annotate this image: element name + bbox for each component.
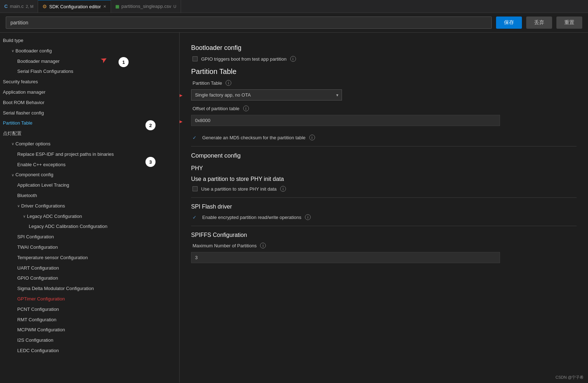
spi-flash-title: SPI Flash driver bbox=[191, 204, 577, 210]
sidebar-item-bootloader-config[interactable]: ∨ Bootloader config bbox=[0, 46, 179, 56]
sidebar-item-bluetooth[interactable]: Bluetooth bbox=[0, 191, 179, 201]
offset-label: Offset of partition table bbox=[193, 106, 240, 111]
encrypted-checkmark-icon: ✓ bbox=[193, 215, 196, 220]
sidebar-item-compiler[interactable]: ∨ Compiler options bbox=[0, 139, 179, 149]
discard-button[interactable]: 丢弃 bbox=[526, 17, 552, 29]
annotation-circle-1: 1 bbox=[119, 57, 129, 67]
sidebar-sigma-label: Sigma Delta Modulator Configuration bbox=[17, 285, 94, 293]
sidebar-item-serial-flasher[interactable]: Serial flasher config bbox=[0, 108, 179, 118]
sidebar-item-driver-configs[interactable]: ∨ Driver Configurations bbox=[0, 201, 179, 211]
partition-dropdown[interactable]: Single factory app, no OTA Factory app, … bbox=[191, 89, 342, 101]
spiffs-title: SPIFFS Configuration bbox=[191, 232, 577, 238]
max-partitions-row: Maximum Number of Partitions i bbox=[191, 243, 577, 248]
encrypted-info-icon[interactable]: i bbox=[305, 214, 311, 220]
sidebar-enable-cpp-label: Enable C++ exceptions bbox=[17, 161, 65, 169]
sidebar-item-gptimer[interactable]: GPTimer Configuration bbox=[0, 294, 179, 304]
partition-table-label-row: Partition Table i bbox=[191, 80, 577, 86]
save-button[interactable]: 保存 bbox=[496, 17, 522, 29]
chevron-down-icon: ∨ bbox=[11, 48, 14, 54]
offset-info-icon[interactable]: i bbox=[243, 106, 249, 111]
use-partition-info-icon[interactable]: i bbox=[280, 186, 286, 192]
max-partitions-info-icon[interactable]: i bbox=[260, 243, 266, 248]
md5-row: ✓ Generate an MD5 checksum for the parti… bbox=[191, 135, 577, 140]
content-panel: Bootloader config GPIO triggers boot fro… bbox=[180, 33, 588, 383]
arrow-2-icon: ➤ bbox=[180, 92, 183, 99]
encrypted-label: Enable encrypted partition read/write op… bbox=[202, 215, 301, 220]
gpio-triggers-checkbox[interactable] bbox=[193, 56, 198, 61]
partition-table-info-icon[interactable]: i bbox=[226, 80, 231, 86]
sidebar-temp-label: Temperature sensor Configuration bbox=[17, 254, 88, 262]
sidebar-partition-table-label: Partition Table bbox=[3, 120, 32, 127]
sidebar-bootloader-config-label: Bootloader config bbox=[15, 47, 52, 55]
sidebar: 1 ➤ 2 3 Build type ∨ Bootloader config B… bbox=[0, 33, 180, 383]
tab-main-c[interactable]: C main.c 2, M bbox=[0, 0, 38, 13]
tab-partitions[interactable]: ▦ partitions_singleapp.csv U bbox=[111, 0, 181, 13]
use-partition-label: Use a partition to store PHY init data bbox=[201, 186, 277, 192]
sidebar-rmt-label: RMT Configuration bbox=[17, 316, 56, 324]
sidebar-item-legacy-adc[interactable]: ∨ Legacy ADC Configuration bbox=[0, 211, 179, 222]
watermark: CSDN @宁子希 bbox=[556, 375, 584, 380]
sidebar-item-rmt[interactable]: RMT Configuration bbox=[0, 315, 179, 325]
phy-use-partition-heading: Use a partition to store PHY init data bbox=[191, 176, 577, 182]
gpio-info-icon[interactable]: i bbox=[290, 56, 296, 62]
annotation-circle-3: 3 bbox=[145, 157, 156, 167]
divider-2 bbox=[191, 197, 577, 198]
header-row: 保存 丢弃 重置 bbox=[0, 13, 588, 33]
sidebar-item-mcpwm[interactable]: MCPWM Configuration bbox=[0, 325, 179, 335]
sidebar-item-serial-flash[interactable]: Serial Flash Configurations bbox=[0, 66, 179, 77]
sidebar-legacy-adc-cal-label: Legacy ADC Calibration Configuration bbox=[29, 223, 107, 230]
search-input[interactable] bbox=[6, 17, 492, 29]
tab-partitions-label: partitions_singleapp.csv bbox=[121, 4, 171, 9]
offset-label-row: Offset of partition table i bbox=[191, 106, 577, 111]
sidebar-item-security[interactable]: Security features bbox=[0, 77, 179, 87]
dropdown-section: ➤ Single factory app, no OTA Factory app… bbox=[191, 89, 577, 101]
sidebar-serial-flash-label: Serial Flash Configurations bbox=[17, 68, 73, 75]
sidebar-item-build-type[interactable]: Build type bbox=[0, 36, 179, 46]
sidebar-compiler-label: Compiler options bbox=[15, 140, 51, 148]
divider-1 bbox=[191, 146, 577, 146]
sidebar-item-app-manager[interactable]: Application manager bbox=[0, 87, 179, 98]
sidebar-item-bootloader-manager[interactable]: Bootloader manager bbox=[0, 56, 179, 67]
chevron-down-icon-compiler: ∨ bbox=[11, 141, 14, 147]
component-config-title: Component config bbox=[191, 152, 577, 159]
sidebar-item-ledc[interactable]: LEDC Configuration bbox=[0, 346, 179, 356]
sidebar-item-component-config[interactable]: ∨ Component config bbox=[0, 170, 179, 180]
tab-bar: C main.c 2, M ⚙ SDK Configuration editor… bbox=[0, 0, 588, 13]
reset-button[interactable]: 重置 bbox=[556, 17, 582, 29]
sidebar-ledc-label: LEDC Configuration bbox=[17, 347, 59, 355]
sidebar-item-boot-rom[interactable]: Boot ROM Behavior bbox=[0, 98, 179, 108]
sidebar-item-temp-sensor[interactable]: Temperature sensor Configuration bbox=[0, 253, 179, 263]
tab-sdk-label: SDK Configuration editor bbox=[49, 4, 101, 9]
sdk-icon: ⚙ bbox=[42, 4, 47, 9]
sidebar-item-twai[interactable]: TWAI Configuration bbox=[0, 242, 179, 253]
use-partition-checkbox[interactable] bbox=[193, 186, 198, 191]
max-partitions-input[interactable] bbox=[191, 252, 500, 263]
sidebar-bootloader-manager-label: Bootloader manager bbox=[17, 58, 60, 65]
sidebar-item-light[interactable]: 点灯配置 bbox=[0, 129, 179, 139]
sidebar-security-label: Security features bbox=[3, 78, 38, 86]
sidebar-gptimer-label: GPTimer Configuration bbox=[17, 295, 65, 303]
sidebar-component-config-label: Component config bbox=[15, 171, 54, 179]
sidebar-item-i2s[interactable]: I2S Configuration bbox=[0, 335, 179, 346]
md5-checkmark-icon: ✓ bbox=[193, 135, 196, 140]
sidebar-boot-rom-label: Boot ROM Behavior bbox=[3, 99, 45, 107]
sidebar-item-pcnt[interactable]: PCNT Configuration bbox=[0, 304, 179, 315]
divider-3 bbox=[191, 226, 577, 226]
md5-label: Generate an MD5 checksum for the partiti… bbox=[202, 135, 306, 140]
sidebar-item-app-tracing[interactable]: Application Level Tracing bbox=[0, 180, 179, 191]
sidebar-item-spi-config[interactable]: SPI Configuration bbox=[0, 232, 179, 242]
sidebar-driver-configs-label: Driver Configurations bbox=[21, 202, 65, 210]
sidebar-item-legacy-adc-cal[interactable]: Legacy ADC Calibration Configuration bbox=[0, 221, 179, 232]
close-icon[interactable]: ✕ bbox=[103, 4, 106, 9]
partition-table-title: Partition Table bbox=[191, 67, 577, 76]
sidebar-item-sigma-delta[interactable]: Sigma Delta Modulator Configuration bbox=[0, 284, 179, 294]
sidebar-item-uart[interactable]: UART Configuration bbox=[0, 263, 179, 274]
tab-sdk-config[interactable]: ⚙ SDK Configuration editor ✕ bbox=[38, 0, 111, 13]
sidebar-serial-flasher-label: Serial flasher config bbox=[3, 109, 44, 117]
sidebar-item-gpio[interactable]: GPIO Configuration bbox=[0, 273, 179, 284]
md5-info-icon[interactable]: i bbox=[309, 135, 315, 140]
sidebar-app-manager-label: Application manager bbox=[3, 89, 46, 96]
offset-input[interactable] bbox=[191, 115, 500, 126]
tab-main-c-label: main.c bbox=[10, 4, 23, 9]
csv-icon: ▦ bbox=[115, 4, 119, 9]
